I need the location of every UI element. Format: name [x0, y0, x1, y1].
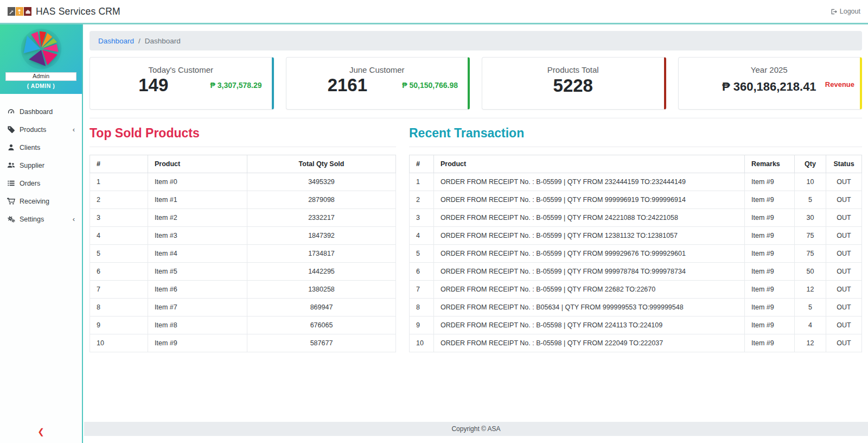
table-cell: 2879098 — [247, 191, 396, 209]
table-cell: ORDER FROM RECEIPT No. : B-05599 | QTY F… — [434, 245, 745, 263]
card-amount: ₱ 3,307,578.29 — [210, 81, 265, 90]
card-title: Year 2025 — [685, 65, 854, 74]
table-cell: Item #9 — [745, 245, 795, 263]
sidebar-item-orders[interactable]: Orders — [0, 174, 82, 192]
sidebar-item-receiving[interactable]: Receiving — [0, 192, 82, 210]
app-logo — [8, 7, 31, 16]
card-todays-customer: Today's Customer 149 ₱ 3,307,578.29 — [90, 57, 274, 110]
table-row: 3ORDER FROM RECEIPT No. : B-05599 | QTY … — [410, 209, 862, 227]
sidebar-item-label: Clients — [20, 144, 40, 151]
table-cell: Item #9 — [745, 209, 795, 227]
table-cell: 869947 — [247, 299, 396, 317]
table-row: 8Item #7869947 — [90, 299, 396, 317]
table-row: 10Item #9587677 — [90, 334, 396, 352]
table-cell: OUT — [826, 263, 862, 281]
table-cell: 9 — [410, 317, 434, 334]
card-value: 5228 — [489, 75, 658, 96]
sidebar-item-settings[interactable]: Settings‹ — [0, 210, 82, 228]
table-cell: 2 — [410, 191, 434, 209]
table-row: 4Item #31847392 — [90, 227, 396, 245]
table-cell: 10 — [90, 334, 148, 352]
chevron-left-icon: ‹ — [73, 216, 75, 223]
card-value: 2161 — [293, 75, 403, 95]
logout-button[interactable]: Logout — [830, 8, 860, 15]
table-cell: 5 — [90, 245, 148, 263]
table-cell: 50 — [795, 263, 826, 281]
table-cell: 2332217 — [247, 209, 396, 227]
table-cell: ORDER FROM RECEIPT No. : B-05599 | QTY F… — [434, 281, 745, 299]
divider — [409, 147, 862, 147]
table-cell: OUT — [826, 227, 862, 245]
table-cell: OUT — [826, 334, 862, 352]
table-cell: 7 — [410, 281, 434, 299]
table-cell: Item #9 — [745, 281, 795, 299]
table-row: 9Item #8676065 — [90, 317, 396, 334]
table-cell: 3 — [90, 209, 148, 227]
table-cell: 7 — [90, 281, 148, 299]
revenue-label: Revenue — [825, 80, 854, 88]
logout-label: Logout — [840, 8, 860, 15]
sidebar-item-dashboard[interactable]: Dashboard — [0, 103, 82, 121]
table-header-row: #ProductTotal Qty Sold — [90, 155, 396, 173]
table-cell: Item #9 — [148, 334, 247, 352]
breadcrumb-separator: / — [138, 37, 141, 45]
table-cell: 6 — [90, 263, 148, 281]
sign-out-icon — [830, 8, 837, 15]
card-amount: ₱ 50,150,766.98 — [402, 81, 461, 90]
table-row: 4ORDER FROM RECEIPT No. : B-05599 | QTY … — [410, 227, 862, 245]
table-cell: 5 — [795, 191, 826, 209]
column-header: Remarks — [745, 155, 795, 173]
table-cell: Item #9 — [745, 227, 795, 245]
user-name-field[interactable]: Admin — [5, 72, 76, 81]
sidebar-item-label: Receiving — [20, 198, 49, 205]
app-title: HAS Services CRM — [36, 6, 120, 17]
section-divider — [90, 118, 862, 118]
table-cell: OUT — [826, 317, 862, 334]
table-cell: OUT — [826, 173, 862, 191]
table-cell: 10 — [410, 334, 434, 352]
table-row: 5ORDER FROM RECEIPT No. : B-05599 | QTY … — [410, 245, 862, 263]
page: HAS Services CRM Logout Admin ( ADMIN ) — [0, 0, 868, 443]
table-cell: Item #9 — [745, 173, 795, 191]
table-cell: 1442295 — [247, 263, 396, 281]
sidebar-collapse-button[interactable]: ❮ — [0, 427, 82, 436]
tool-icon — [16, 7, 23, 16]
table-cell: ORDER FROM RECEIPT No. : B-05599 | QTY F… — [434, 191, 745, 209]
dashboard-icon — [7, 107, 15, 116]
table-row: 9ORDER FROM RECEIPT No. : B-05598 | QTY … — [410, 317, 862, 334]
sidebar-item-clients[interactable]: Clients — [0, 138, 82, 156]
table-cell: ORDER FROM RECEIPT No. : B-05599 | QTY F… — [434, 263, 745, 281]
sidebar-item-supplier[interactable]: Supplier — [0, 156, 82, 174]
table-cell: OUT — [826, 245, 862, 263]
table-row: 7ORDER FROM RECEIPT No. : B-05599 | QTY … — [410, 281, 862, 299]
table-cell: 6 — [410, 263, 434, 281]
pie-chart-logo — [20, 28, 62, 70]
table-cell: Item #0 — [148, 173, 247, 191]
copyright-text: Copyright © ASA — [451, 425, 500, 433]
card-june-customer: June Customer 2161 ₱ 50,150,766.98 — [286, 57, 470, 110]
table-cell: ORDER FROM RECEIPT No. : B-05599 | QTY F… — [434, 227, 745, 245]
cart-icon — [7, 197, 15, 205]
column-header: Qty — [795, 155, 826, 173]
table-cell: 75 — [795, 245, 826, 263]
table-row: 10ORDER FROM RECEIPT No. : B-05598 | QTY… — [410, 334, 862, 352]
breadcrumb-link-dashboard[interactable]: Dashboard — [98, 37, 134, 45]
chevron-left-icon: ‹ — [73, 126, 75, 133]
table-cell: OUT — [826, 209, 862, 227]
table-cell: OUT — [826, 191, 862, 209]
table-cell: ORDER FROM RECEIPT No. : B05634 | QTY FR… — [434, 299, 745, 317]
table-cell: 12 — [795, 281, 826, 299]
table-cell: 1734817 — [247, 245, 396, 263]
table-cell: OUT — [826, 281, 862, 299]
sidebar-item-products[interactable]: Products‹ — [0, 121, 82, 138]
sidebar-menu: DashboardProducts‹ClientsSupplierOrdersR… — [0, 94, 82, 228]
card-year-revenue: Year 2025 Revenue ₱ 360,186,218.41 — [678, 57, 863, 110]
table-cell: Item #7 — [148, 299, 247, 317]
sidebar-item-label: Settings — [20, 216, 44, 223]
breadcrumb: Dashboard / Dashboard — [90, 31, 862, 50]
table-row: 1Item #03495329 — [90, 173, 396, 191]
table-cell: 1 — [410, 173, 434, 191]
column-header: # — [410, 155, 434, 173]
column-header: Total Qty Sold — [247, 155, 396, 173]
table-cell: ORDER FROM RECEIPT No. : B-05599 | QTY F… — [434, 209, 745, 227]
